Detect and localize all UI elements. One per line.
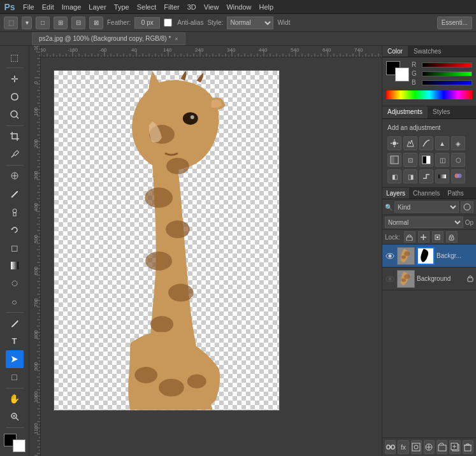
svg-point-43 xyxy=(464,204,470,210)
tab-paths[interactable]: Paths xyxy=(444,188,468,199)
menu-3d[interactable]: 3D xyxy=(184,2,200,12)
eyedropper-tool-btn[interactable] xyxy=(6,146,24,163)
new-sel-btn[interactable]: □ xyxy=(36,17,50,29)
type-tool-btn[interactable]: T xyxy=(6,332,24,350)
gradient-tool-btn[interactable] xyxy=(6,257,24,274)
add-mask-btn[interactable] xyxy=(411,440,422,454)
adj-selective-color-btn[interactable] xyxy=(451,169,465,183)
menu-window[interactable]: Window xyxy=(222,2,255,12)
menu-view[interactable]: View xyxy=(200,2,223,12)
stamp-tool-btn[interactable] xyxy=(6,203,24,220)
add-layer-style-btn[interactable]: fx xyxy=(398,440,408,454)
layer-eye-background[interactable] xyxy=(385,274,395,284)
adj-gradient-map-btn[interactable] xyxy=(435,169,449,183)
healing-tool-btn[interactable] xyxy=(6,167,24,185)
adj-color-balance-btn[interactable]: ⊡ xyxy=(403,153,417,167)
color-spectrum-bar[interactable] xyxy=(386,90,472,99)
move-tool-btn[interactable]: ✛ xyxy=(6,70,24,87)
svg-point-61 xyxy=(401,278,406,282)
path-select-tool-btn[interactable] xyxy=(6,350,24,367)
marquee-shape-btn[interactable]: ⬚ xyxy=(4,17,18,29)
shape-tool-btn[interactable]: □ xyxy=(6,369,24,386)
adj-levels-btn[interactable] xyxy=(403,136,417,150)
new-adjustment-layer-btn[interactable] xyxy=(424,440,435,454)
document-tab[interactable]: ps2a.jpg @ 100% (Background copy, RGB/8)… xyxy=(32,32,185,45)
adj-vibrance-btn[interactable]: ◈ xyxy=(451,136,465,150)
adj-hue-sat-btn[interactable] xyxy=(387,153,401,167)
lasso-tool-btn[interactable] xyxy=(6,88,24,105)
tab-layers[interactable]: Layers xyxy=(382,188,409,199)
layer-row-background-copy[interactable]: Backgr... xyxy=(382,245,476,267)
background-color-swatch[interactable] xyxy=(13,439,25,452)
lock-position-btn[interactable] xyxy=(418,231,429,243)
width-label: Widt xyxy=(277,19,290,26)
adj-photo-filter-btn[interactable]: ◫ xyxy=(435,153,449,167)
layer-eye-background-copy[interactable] xyxy=(385,251,395,261)
layer-row-background[interactable]: Background xyxy=(382,267,476,290)
essential-btn[interactable]: Essenti... xyxy=(437,17,472,29)
zoom-tool-btn[interactable] xyxy=(6,408,24,425)
layer-thumb-background[interactable] xyxy=(397,270,415,288)
inter-sel-btn[interactable]: ⊠ xyxy=(89,17,103,29)
hand-tool-btn[interactable]: ✋ xyxy=(6,390,24,408)
adj-curves-btn[interactable] xyxy=(419,136,433,150)
tab-adjustments[interactable]: Adjustments xyxy=(382,106,428,118)
layer-thumb-background-copy[interactable] xyxy=(397,247,415,265)
new-layer-btn[interactable] xyxy=(449,440,460,454)
feather-input[interactable] xyxy=(134,17,160,29)
adj-brightness-btn[interactable] xyxy=(387,136,401,150)
new-group-btn[interactable] xyxy=(436,440,447,454)
link-layers-btn[interactable] xyxy=(385,440,396,454)
anti-alias-checkbox[interactable] xyxy=(164,18,172,27)
layer-mask-thumb-background-copy[interactable] xyxy=(417,247,435,265)
eraser-tool-btn[interactable]: ◻ xyxy=(6,239,24,256)
lock-all-btn[interactable] xyxy=(446,231,458,243)
brush-tool-btn[interactable] xyxy=(6,185,24,203)
delete-layer-btn[interactable] xyxy=(463,440,473,454)
layers-blend-row: NormalMultiplyScreenOverlay Op xyxy=(382,215,476,230)
adj-invert-btn[interactable]: ◧ xyxy=(387,169,401,183)
marquee-options-btn[interactable]: ▾ xyxy=(22,17,32,29)
pen-tool-btn[interactable] xyxy=(6,315,24,332)
adj-posterize-btn[interactable]: ◨ xyxy=(403,169,417,183)
crop-tool-btn[interactable] xyxy=(6,128,24,145)
r-slider-track[interactable] xyxy=(422,62,472,68)
menu-help[interactable]: Help xyxy=(256,2,278,12)
adj-exposure-btn[interactable]: ▲ xyxy=(435,136,449,150)
menu-filter[interactable]: Filter xyxy=(160,2,183,12)
menu-layer[interactable]: Layer xyxy=(85,2,110,12)
dodge-tool-btn[interactable]: ○ xyxy=(6,293,24,310)
tab-close-btn[interactable]: × xyxy=(175,36,178,42)
g-slider-track[interactable] xyxy=(422,71,472,76)
b-slider-track[interactable] xyxy=(422,80,472,85)
menu-file[interactable]: File xyxy=(19,2,38,12)
marquee-tool-btn[interactable]: ⬚ xyxy=(6,48,24,66)
adj-threshold-btn[interactable] xyxy=(419,169,433,183)
menu-edit[interactable]: Edit xyxy=(38,2,58,12)
add-sel-btn[interactable]: ⊞ xyxy=(54,17,68,29)
style-select[interactable]: NormalFixed RatioFixed Size xyxy=(227,17,273,29)
document-canvas[interactable] xyxy=(54,70,280,411)
layers-filter-toggle-btn[interactable] xyxy=(461,201,473,213)
background-swatch[interactable] xyxy=(395,68,409,82)
tab-title: ps2a.jpg @ 100% (Background copy, RGB/8)… xyxy=(39,35,171,42)
adj-black-white-btn[interactable] xyxy=(419,153,433,167)
tab-color[interactable]: Color xyxy=(382,46,408,57)
menu-type[interactable]: Type xyxy=(110,2,133,12)
layers-filter-select[interactable]: KindNameEffectMode xyxy=(394,201,459,213)
lock-artboard-btn[interactable] xyxy=(432,231,444,243)
tab-swatches[interactable]: Swatches xyxy=(408,46,447,57)
blend-mode-select[interactable]: NormalMultiplyScreenOverlay xyxy=(385,217,463,228)
lock-pixels-btn[interactable] xyxy=(404,231,415,243)
tab-channels[interactable]: Channels xyxy=(409,188,444,199)
quick-select-tool-btn[interactable] xyxy=(6,106,24,123)
left-toolbar: ⬚ ✛ ◻ xyxy=(0,46,29,456)
tab-styles[interactable]: Styles xyxy=(428,106,455,118)
adj-channel-mixer-btn[interactable]: ⬡ xyxy=(451,153,465,167)
menu-select[interactable]: Select xyxy=(133,2,161,12)
sub-sel-btn[interactable]: ⊟ xyxy=(71,17,85,29)
menu-image[interactable]: Image xyxy=(58,2,85,12)
blur-tool-btn[interactable] xyxy=(6,275,24,292)
history-brush-tool-btn[interactable] xyxy=(6,221,24,238)
svg-point-32 xyxy=(393,141,396,145)
